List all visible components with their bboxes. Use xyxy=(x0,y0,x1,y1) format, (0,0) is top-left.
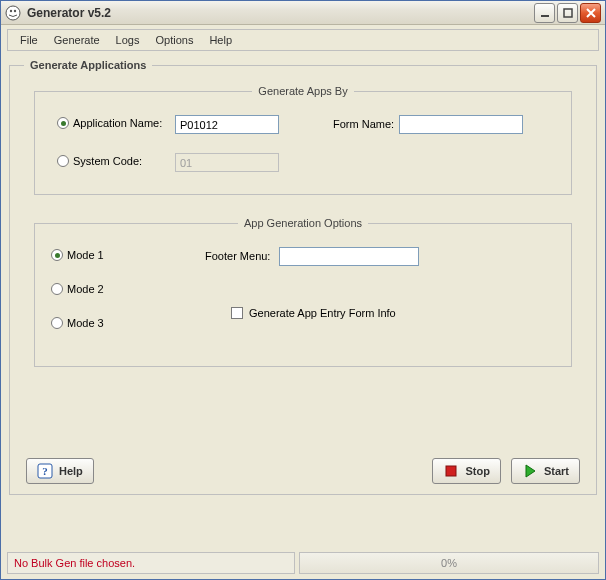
window: Generator v5.2 File Generate Logs Option… xyxy=(0,0,606,580)
stop-button[interactable]: Stop xyxy=(432,458,500,484)
radio-dot-icon xyxy=(51,283,63,295)
titlebar: Generator v5.2 xyxy=(1,1,605,25)
minimize-button[interactable] xyxy=(534,3,555,23)
radio-mode-1[interactable]: Mode 1 xyxy=(51,249,104,261)
checkbox-generate-entry-form-label: Generate App Entry Form Info xyxy=(249,307,396,319)
help-button[interactable]: ? Help xyxy=(26,458,94,484)
progress-text: 0% xyxy=(441,557,457,569)
app-generation-options-legend: App Generation Options xyxy=(238,217,368,229)
button-bar: ? Help Stop xyxy=(26,458,580,484)
svg-point-0 xyxy=(6,6,20,20)
menu-help[interactable]: Help xyxy=(201,31,240,49)
checkbox-generate-entry-form[interactable]: Generate App Entry Form Info xyxy=(231,307,396,319)
svg-marker-8 xyxy=(526,465,535,477)
radio-mode-2[interactable]: Mode 2 xyxy=(51,283,104,295)
menu-generate[interactable]: Generate xyxy=(46,31,108,49)
radio-mode-1-label: Mode 1 xyxy=(67,249,104,261)
svg-text:?: ? xyxy=(42,465,48,477)
generate-applications-legend: Generate Applications xyxy=(24,59,152,71)
close-button[interactable] xyxy=(580,3,601,23)
radio-system-code-label: System Code: xyxy=(73,155,142,167)
radio-mode-3-label: Mode 3 xyxy=(67,317,104,329)
statusbar: No Bulk Gen file chosen. 0% xyxy=(7,552,599,574)
menu-logs[interactable]: Logs xyxy=(108,31,148,49)
window-title: Generator v5.2 xyxy=(27,6,532,20)
content: Generate Applications Generate Apps By A… xyxy=(1,53,605,513)
generate-apps-by-legend: Generate Apps By xyxy=(252,85,353,97)
generate-apps-by-group: Generate Apps By Application Name: Form … xyxy=(34,85,572,195)
app-generation-options-group: App Generation Options Mode 1 Mode 2 xyxy=(34,217,572,367)
application-name-input[interactable] xyxy=(175,115,279,134)
menu-file[interactable]: File xyxy=(12,31,46,49)
svg-point-1 xyxy=(10,9,12,11)
generate-applications-group: Generate Applications Generate Apps By A… xyxy=(9,59,597,495)
radio-application-name-label: Application Name: xyxy=(73,117,162,129)
svg-rect-4 xyxy=(564,9,572,17)
radio-dot-icon xyxy=(57,117,69,129)
maximize-button[interactable] xyxy=(557,3,578,23)
radio-dot-icon xyxy=(51,249,63,261)
radio-dot-icon xyxy=(51,317,63,329)
footer-menu-label: Footer Menu: xyxy=(205,250,270,262)
form-name-label: Form Name: xyxy=(333,118,394,130)
checkbox-box-icon xyxy=(231,307,243,319)
form-name-input[interactable] xyxy=(399,115,523,134)
radio-dot-icon xyxy=(57,155,69,167)
play-icon xyxy=(522,463,538,479)
start-button-label: Start xyxy=(544,465,569,477)
system-code-input xyxy=(175,153,279,172)
help-button-label: Help xyxy=(59,465,83,477)
svg-rect-3 xyxy=(541,15,549,17)
menu-options[interactable]: Options xyxy=(147,31,201,49)
help-icon: ? xyxy=(37,463,53,479)
stop-button-label: Stop xyxy=(465,465,489,477)
menubar: File Generate Logs Options Help xyxy=(7,29,599,51)
svg-rect-7 xyxy=(446,466,456,476)
app-icon xyxy=(5,5,21,21)
footer-menu-input[interactable] xyxy=(279,247,419,266)
radio-application-name[interactable]: Application Name: xyxy=(57,117,162,129)
stop-icon xyxy=(443,463,459,479)
status-message: No Bulk Gen file chosen. xyxy=(7,552,295,574)
radio-mode-3[interactable]: Mode 3 xyxy=(51,317,104,329)
radio-system-code[interactable]: System Code: xyxy=(57,155,142,167)
progress-bar: 0% xyxy=(299,552,599,574)
start-button[interactable]: Start xyxy=(511,458,580,484)
svg-point-2 xyxy=(14,9,16,11)
radio-mode-2-label: Mode 2 xyxy=(67,283,104,295)
